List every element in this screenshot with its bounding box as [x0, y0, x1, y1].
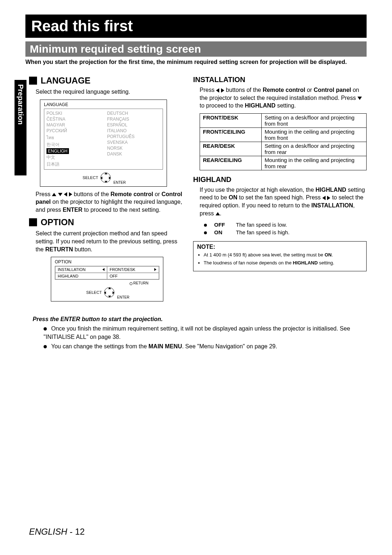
enter-label: ENTER [117, 295, 130, 299]
left-arrow-icon [322, 196, 326, 200]
note-title: NOTE: [197, 244, 363, 250]
bullet-dot-icon [44, 345, 47, 348]
language-list-col2: DEUTSCH FRANÇAIS ESPAÑOL ITALIANO PORTUG… [107, 110, 160, 168]
language-heading: LANGUAGE [29, 76, 182, 86]
lang-item: DEUTSCH [107, 110, 160, 116]
page-subtitle: Minimum required setting screen [25, 41, 367, 57]
up-arrow-icon [52, 193, 56, 196]
down-arrow-icon [358, 97, 362, 100]
bullet-dot-icon [44, 327, 47, 331]
select-label: SELECT [83, 175, 98, 180]
lang-item: РУССКИЙ [46, 128, 100, 134]
up-arrow-icon [216, 212, 220, 215]
lang-item: 한국어 [46, 141, 100, 148]
option-highland-label: HIGHLAND [55, 273, 107, 279]
return-label: RETURN [55, 281, 159, 285]
installation-heading: INSTALLATION [193, 76, 367, 84]
footer-lead: Press the ENTER button to start the proj… [33, 316, 367, 323]
language-list-col1: POLSKI ČEŠTINA MAGYAR РУССКИЙ ไทย 한국어 EN… [46, 110, 100, 168]
dialog-title: OPTION [55, 259, 159, 264]
lang-item: FRANÇAIS [107, 116, 160, 122]
highland-text: If you use the projector at high elevati… [200, 186, 367, 217]
table-row: FRONT/CEILINGMounting in the ceiling and… [200, 127, 367, 142]
right-arrow-icon [69, 192, 72, 197]
lang-item: MAGYAR [46, 122, 100, 128]
dpad-icon [104, 287, 114, 297]
lang-item-selected: ENGLIGH [46, 148, 69, 154]
circle-icon [130, 282, 132, 285]
highland-options: OFFThe fan speed is low. ONThe fan speed… [204, 221, 367, 236]
lang-item: ไทย [46, 134, 100, 141]
installation-table: FRONT/DESKSetting on a desk/floor and pr… [200, 113, 367, 170]
left-arrow-icon [216, 88, 219, 93]
option-installation-label: INSTALLATION [55, 266, 107, 273]
language-dialog: LANGUAGE POLSKI ČEŠTINA MAGYAR РУССКИЙ ไ… [40, 100, 167, 187]
lang-item: SVENSKA [107, 139, 160, 145]
intro-text: When you start the projection for the fi… [25, 59, 367, 65]
note-box: NOTE: At 1 400 m (4 593 ft) above sea le… [193, 241, 367, 271]
lang-item: ČEŠTINA [46, 116, 100, 122]
footer-language: ENGLISH [29, 527, 67, 536]
lang-item: ESPAÑOL [107, 122, 160, 128]
language-post-text: Press buttons of the Remote control or C… [36, 190, 182, 214]
option-desc: Select the current projection method and… [36, 230, 182, 253]
right-arrow-icon [154, 268, 156, 271]
lang-item: POLSKI [46, 110, 100, 116]
option-heading: OPTION [29, 217, 182, 227]
note-item: The loudness of fan noise depends on the… [204, 260, 363, 266]
option-installation-value: FRONT/DESK [107, 266, 159, 273]
language-desc: Select the required language setting. [36, 88, 182, 96]
enter-label: ENTER [114, 181, 126, 185]
left-arrow-icon [102, 268, 105, 271]
highland-heading: HIGHLAND [193, 175, 367, 184]
lang-item: 中文 [46, 154, 100, 161]
footer-bullet: You can change the settings from the MAI… [44, 343, 367, 351]
lang-item: PORTUGUÊS [107, 134, 160, 139]
lang-item: 日本語 [46, 161, 100, 168]
note-item: At 1 400 m (4 593 ft) above sea level, t… [204, 252, 363, 258]
bullet-dot-icon [204, 224, 207, 227]
down-arrow-icon [58, 193, 62, 196]
lang-item: DANSK [107, 151, 160, 157]
table-row: REAR/DESKSetting on a desk/floor and pro… [200, 142, 367, 156]
installation-text: Press buttons of the Remote control or C… [200, 86, 367, 110]
page-number: 12 [75, 527, 85, 536]
section-tab: Preparation [15, 80, 26, 175]
dialog-title: LANGUAGE [44, 102, 163, 107]
dpad-icon [101, 173, 111, 183]
bullet-square-icon [29, 218, 37, 226]
footer-instructions: Press the ENTER button to start the proj… [33, 316, 367, 351]
page-title: Read this first [25, 15, 367, 38]
bullet-square-icon [29, 77, 37, 85]
option-dialog: OPTION INSTALLATION FRONT/DESK HIGHLAND … [51, 257, 163, 301]
table-row: FRONT/DESKSetting on a desk/floor and pr… [200, 113, 367, 127]
bullet-dot-icon [204, 231, 207, 234]
lang-item: ITALIANO [107, 128, 160, 134]
table-row: REAR/CEILINGMounting in the ceiling and … [200, 156, 367, 170]
left-arrow-icon [64, 192, 67, 197]
footer-bullet: Once you finish the minimum requirement … [44, 325, 367, 341]
option-highland-value: OFF [107, 273, 159, 279]
page-footer: ENGLISH - 12 [29, 527, 85, 537]
right-arrow-icon [221, 88, 224, 93]
select-label: SELECT [86, 290, 102, 295]
lang-item: NORSK [107, 145, 160, 151]
